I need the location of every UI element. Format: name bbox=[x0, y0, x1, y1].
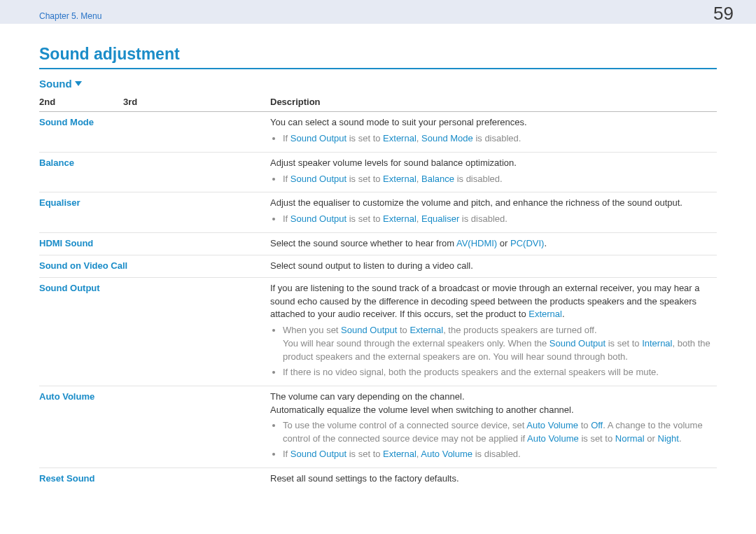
table-row: Auto Volume The volume can vary dependin… bbox=[39, 386, 717, 468]
note-list: If Sound Output is set to External, Equa… bbox=[283, 213, 713, 226]
txt: is disabled. bbox=[472, 449, 521, 459]
kw-equaliser: Equaliser bbox=[421, 213, 459, 224]
desc-text: You can select a sound mode to suit your… bbox=[270, 117, 527, 127]
txt: . bbox=[679, 433, 682, 444]
note-item: To use the volume control of a connected… bbox=[283, 419, 713, 446]
kw-night: Night bbox=[658, 433, 679, 444]
txt: is set to bbox=[346, 213, 383, 224]
desc-text: Select sound output to listen to during … bbox=[270, 260, 473, 271]
txt: is disabled. bbox=[459, 213, 507, 224]
desc-text: Adjust speaker volume levels for sound b… bbox=[270, 157, 517, 168]
kw-external: External bbox=[383, 449, 416, 459]
kw-balance: Balance bbox=[421, 174, 454, 184]
kw-external: External bbox=[383, 174, 416, 184]
table-row: Sound on Video Call Select sound output … bbox=[39, 255, 717, 277]
table-row: Equaliser Adjust the equaliser to custom… bbox=[39, 192, 717, 233]
table-row: Balance Adjust speaker volume levels for… bbox=[39, 152, 717, 192]
note-list: If Sound Output is set to External, Soun… bbox=[283, 132, 713, 146]
txt: is set to bbox=[579, 433, 615, 444]
kw-sound-mode: Sound Mode bbox=[421, 133, 473, 143]
kw-off: Off bbox=[591, 420, 603, 430]
txt: to bbox=[578, 420, 591, 430]
txt: If you are listening to the sound track … bbox=[270, 283, 700, 320]
desc-text: Adjust the equaliser to customize the vo… bbox=[270, 197, 682, 208]
note-item: If there is no video signal, both the pr… bbox=[283, 366, 713, 379]
txt: or bbox=[645, 433, 658, 444]
txt: . bbox=[562, 309, 565, 319]
txt: . bbox=[544, 238, 547, 248]
kw-sound-output: Sound Output bbox=[290, 213, 346, 224]
kw-external: External bbox=[410, 325, 443, 335]
txt: , the products speakers are turned off. bbox=[443, 325, 596, 335]
note-list: If Sound Output is set to External, Bala… bbox=[283, 173, 713, 186]
txt: is disabled. bbox=[454, 174, 503, 184]
txt: is set to bbox=[346, 133, 383, 143]
txt: , bbox=[416, 174, 421, 184]
row-name-sound-output[interactable]: Sound Output bbox=[39, 283, 100, 293]
row-name-sound-on-video-call[interactable]: Sound on Video Call bbox=[39, 260, 127, 271]
kw-auto-volume: Auto Volume bbox=[526, 420, 578, 430]
kw-normal: Normal bbox=[615, 433, 645, 444]
kw-sound-output: Sound Output bbox=[290, 133, 346, 143]
note-item: If Sound Output is set to External, Equa… bbox=[283, 213, 713, 226]
txt: to bbox=[397, 325, 410, 335]
table-row: HDMI Sound Select the sound source wheth… bbox=[39, 233, 717, 255]
breadcrumb[interactable]: Chapter 5. Menu bbox=[39, 11, 102, 21]
kw-auto-volume: Auto Volume bbox=[527, 433, 579, 444]
row-name-hdmi-sound[interactable]: HDMI Sound bbox=[39, 238, 93, 248]
table-row: Sound Mode You can select a sound mode t… bbox=[39, 112, 717, 153]
page-header: Chapter 5. Menu 59 bbox=[0, 0, 756, 24]
row-name-balance[interactable]: Balance bbox=[39, 157, 74, 168]
subsection-sound[interactable]: Sound bbox=[39, 78, 717, 90]
subsection-label: Sound bbox=[39, 78, 72, 90]
txt: , bbox=[416, 133, 421, 143]
kw-pc-dvi: PC(DVI) bbox=[510, 238, 544, 248]
txt: If bbox=[283, 449, 290, 459]
note-item: If Sound Output is set to External, Bala… bbox=[283, 173, 713, 186]
kw-sound-output: Sound Output bbox=[290, 449, 346, 459]
note-list: When you set Sound Output to External, t… bbox=[283, 324, 713, 379]
row-name-sound-mode[interactable]: Sound Mode bbox=[39, 117, 94, 127]
col-2nd: 2nd bbox=[39, 94, 123, 112]
page-content: Sound adjustment Sound 2nd 3rd Descripti… bbox=[0, 24, 756, 504]
note-item: When you set Sound Output to External, t… bbox=[283, 324, 713, 364]
kw-sound-output: Sound Output bbox=[550, 338, 606, 349]
row-name-equaliser[interactable]: Equaliser bbox=[39, 197, 80, 208]
kw-auto-volume: Auto Volume bbox=[421, 449, 472, 459]
row-name-auto-volume[interactable]: Auto Volume bbox=[39, 391, 94, 402]
txt: If bbox=[283, 213, 290, 224]
txt: If there is no video signal, both the pr… bbox=[283, 367, 659, 377]
kw-external: External bbox=[528, 309, 562, 319]
kw-external: External bbox=[383, 133, 416, 143]
txt: If bbox=[283, 174, 290, 184]
chevron-down-icon bbox=[75, 81, 82, 86]
txt: is disabled. bbox=[473, 133, 522, 143]
txt: You will hear sound through the external… bbox=[283, 338, 550, 349]
kw-external: External bbox=[383, 213, 416, 224]
row-name-reset-sound[interactable]: Reset Sound bbox=[39, 473, 94, 484]
desc-text: Automatically equalize the volume level … bbox=[270, 404, 713, 417]
txt: , bbox=[416, 213, 421, 224]
settings-table: 2nd 3rd Description Sound Mode You can s… bbox=[39, 94, 717, 490]
kw-sound-output: Sound Output bbox=[341, 325, 397, 335]
desc-text: Reset all sound settings to the factory … bbox=[270, 473, 459, 484]
txt: If bbox=[283, 133, 290, 143]
kw-internal: Internal bbox=[642, 338, 672, 349]
kw-av-hdmi: AV(HDMI) bbox=[456, 238, 497, 248]
kw-sound-output: Sound Output bbox=[290, 174, 346, 184]
note-item: If Sound Output is set to External, Soun… bbox=[283, 132, 713, 146]
note-item: If Sound Output is set to External, Auto… bbox=[283, 448, 713, 461]
txt: or bbox=[497, 238, 510, 248]
page-number: 59 bbox=[713, 4, 734, 22]
table-header-row: 2nd 3rd Description bbox=[39, 94, 717, 112]
txt: To use the volume control of a connected… bbox=[283, 420, 526, 430]
txt: When you set bbox=[283, 325, 341, 335]
col-description: Description bbox=[270, 94, 717, 112]
txt: is set to bbox=[606, 338, 642, 349]
table-row: Reset Sound Reset all sound settings to … bbox=[39, 468, 717, 489]
desc-text: The volume can vary depending on the cha… bbox=[270, 391, 713, 404]
section-title: Sound adjustment bbox=[39, 45, 717, 69]
note-list: To use the volume control of a connected… bbox=[283, 419, 713, 461]
txt: is set to bbox=[346, 174, 383, 184]
table-row: Sound Output If you are listening to the… bbox=[39, 277, 717, 386]
